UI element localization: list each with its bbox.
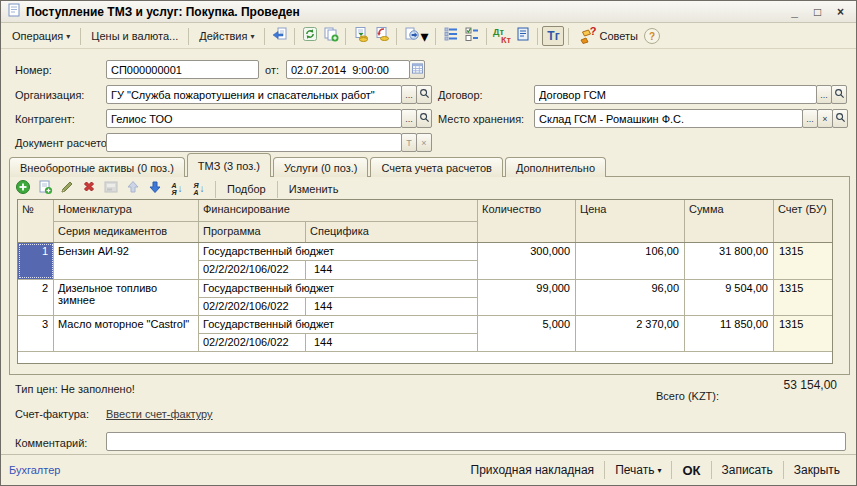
- organization-input[interactable]: [106, 85, 402, 104]
- minimize-button[interactable]: _: [785, 4, 804, 20]
- col-header-price: Цена: [576, 200, 685, 242]
- sort-ascending-button[interactable]: АЯ↓: [167, 179, 187, 199]
- add-row-button[interactable]: [13, 179, 33, 199]
- ok-button[interactable]: ОК: [674, 460, 708, 481]
- prices-currency-button[interactable]: Цены и валюта...: [85, 28, 184, 44]
- table-row[interactable]: 2 Дизельное топливо зимнее Государственн…: [18, 280, 832, 316]
- specifics-cell[interactable]: 144: [306, 298, 477, 315]
- quantity-cell[interactable]: 300,000: [478, 243, 576, 279]
- quantity-cell[interactable]: 99,000: [478, 280, 576, 315]
- toolbar-separator: [345, 28, 346, 45]
- row-number-cell[interactable]: 3: [18, 316, 54, 351]
- contract-open-button[interactable]: [831, 85, 847, 104]
- col-header-nomenclature: Номенклатура: [54, 200, 198, 222]
- specifics-cell[interactable]: 144: [306, 261, 477, 279]
- edit-row-button[interactable]: [57, 179, 77, 199]
- change-button[interactable]: Изменить: [284, 181, 344, 197]
- nomenclature-cell[interactable]: Бензин АИ-92: [54, 243, 199, 279]
- calendar-button[interactable]: [409, 60, 425, 79]
- goto-button[interactable]: ▾: [401, 26, 431, 46]
- arrow-up-icon: [125, 179, 141, 199]
- comment-input[interactable]: [106, 432, 846, 451]
- move-down-button[interactable]: [145, 179, 165, 199]
- sum-cell[interactable]: 11 850,00: [685, 316, 774, 351]
- sum-cell[interactable]: 9 504,00: [685, 280, 774, 315]
- storage-select-button[interactable]: ...: [802, 109, 818, 128]
- nomenclature-cell[interactable]: Дизельное топливо зимнее: [54, 280, 199, 315]
- operation-menu-button[interactable]: Операция▾: [6, 28, 76, 44]
- account-cell[interactable]: 1315: [774, 280, 832, 315]
- counterparty-open-button[interactable]: [416, 109, 432, 128]
- copy-add-icon: [323, 26, 339, 46]
- close-button[interactable]: ×: [831, 4, 850, 20]
- price-cell[interactable]: 96,00: [576, 280, 685, 315]
- quantity-cell[interactable]: 5,000: [478, 316, 576, 351]
- maximize-button[interactable]: □: [808, 4, 827, 20]
- footer-separator: [604, 461, 605, 479]
- row-settings-button[interactable]: [440, 26, 461, 46]
- program-cell[interactable]: 02/2/202/106/022: [199, 298, 306, 315]
- list-setup-button[interactable]: [461, 26, 482, 46]
- number-input[interactable]: [106, 60, 259, 79]
- delete-row-button[interactable]: [79, 179, 99, 199]
- dtkt-button[interactable]: ДтКт: [491, 26, 512, 46]
- account-cell[interactable]: 1315: [774, 243, 832, 279]
- price-cell[interactable]: 106,00: [576, 243, 685, 279]
- actions-menu-button[interactable]: Действия▾: [193, 28, 260, 44]
- end-edit-button[interactable]: [101, 179, 121, 199]
- counterparty-select-button[interactable]: ...: [401, 109, 417, 128]
- tab-settlement-accounts[interactable]: Счета учета расчетов: [370, 157, 502, 177]
- organization-open-button[interactable]: [416, 85, 432, 104]
- tenge-button[interactable]: Тг: [542, 26, 564, 46]
- delete-icon: [81, 179, 97, 199]
- receipt-note-button[interactable]: Приходная накладная: [463, 460, 603, 480]
- date-input[interactable]: [286, 60, 410, 79]
- refresh-button[interactable]: [299, 26, 320, 46]
- storage-open-button[interactable]: [832, 109, 848, 128]
- settlement-doc-clear-button[interactable]: ×: [416, 133, 432, 152]
- nomenclature-cell[interactable]: Масло моторное "Castrol": [54, 316, 199, 351]
- copy-button[interactable]: [320, 26, 341, 46]
- pick-button[interactable]: Подбор: [222, 181, 271, 197]
- move-up-button[interactable]: [123, 179, 143, 199]
- enter-invoice-link[interactable]: Ввести счет-фактуру: [106, 408, 213, 420]
- post-document-button[interactable]: [350, 26, 371, 46]
- row-number-cell[interactable]: 2: [18, 280, 54, 315]
- organization-select-button[interactable]: ...: [401, 85, 417, 104]
- storage-input[interactable]: [534, 109, 803, 128]
- copy-row-button[interactable]: [35, 179, 55, 199]
- help-icon[interactable]: ?: [644, 28, 660, 44]
- contract-select-button[interactable]: ...: [816, 85, 832, 104]
- save-button[interactable]: Записать: [714, 460, 781, 480]
- tips-button[interactable]: ? Советы: [573, 26, 643, 46]
- storage-clear-button[interactable]: ×: [817, 109, 833, 128]
- sum-cell[interactable]: 31 800,00: [685, 243, 774, 279]
- print-button[interactable]: Печать▾: [607, 460, 669, 480]
- settlement-doc-type-button[interactable]: Т: [401, 133, 417, 152]
- tab-fixed-assets[interactable]: Внеоборотные активы (0 поз.): [9, 157, 185, 177]
- program-cell[interactable]: 02/2/202/106/022: [199, 334, 306, 351]
- checkbox-list-icon: [464, 26, 480, 46]
- close-form-button[interactable]: Закрыть: [786, 460, 848, 480]
- settlement-doc-input[interactable]: [106, 133, 402, 152]
- financing-cell[interactable]: Государственный бюджет: [199, 280, 477, 298]
- financing-cell[interactable]: Государственный бюджет: [199, 316, 477, 334]
- unpost-document-button[interactable]: [371, 26, 392, 46]
- reread-button[interactable]: [269, 26, 290, 46]
- price-cell[interactable]: 2 370,00: [576, 316, 685, 351]
- counterparty-input[interactable]: [106, 109, 402, 128]
- specifics-cell[interactable]: 144: [306, 334, 477, 351]
- sort-descending-button[interactable]: ЯА↓: [189, 179, 209, 199]
- table-row[interactable]: 1 Бензин АИ-92 Государственный бюджет 02…: [18, 243, 832, 280]
- financing-cell[interactable]: Государственный бюджет: [199, 243, 477, 261]
- account-cell[interactable]: 1315: [774, 316, 832, 351]
- contract-input[interactable]: [534, 85, 817, 104]
- program-cell[interactable]: 02/2/202/106/022: [199, 261, 306, 279]
- toolbar-separator: [80, 28, 81, 45]
- document-structure-button[interactable]: [512, 26, 533, 46]
- table-row[interactable]: 3 Масло моторное "Castrol" Государственн…: [18, 316, 832, 352]
- tab-additional[interactable]: Дополнительно: [505, 157, 606, 177]
- tab-services[interactable]: Услуги (0 поз.): [273, 157, 368, 177]
- tab-tmz[interactable]: ТМЗ (3 поз.): [187, 153, 271, 177]
- row-number-cell[interactable]: 1: [18, 243, 54, 279]
